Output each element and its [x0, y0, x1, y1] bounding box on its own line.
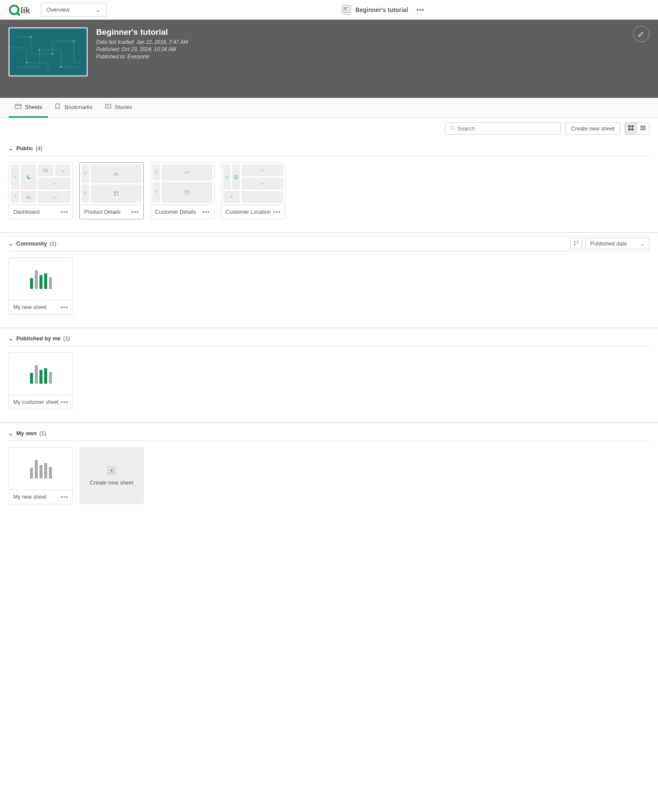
card-more-icon[interactable]: •••	[61, 209, 68, 215]
svg-point-10	[60, 66, 62, 68]
search-input[interactable]	[458, 125, 556, 132]
plus-icon: +	[107, 466, 116, 475]
sheet-card-published-1[interactable]: My customer sheet•••	[9, 352, 73, 409]
svg-rect-19	[631, 125, 634, 127]
svg-rect-37	[117, 194, 118, 196]
bookmark-icon	[54, 103, 61, 111]
sort-dropdown[interactable]: Published date	[585, 238, 649, 249]
card-label: Customer Location	[226, 209, 271, 215]
hero-published-to: Published to: Everyone	[96, 53, 188, 61]
section-public-label: Public	[16, 145, 33, 151]
card-more-icon[interactable]: •••	[61, 494, 68, 500]
tab-bookmarks-label: Bookmarks	[64, 104, 92, 110]
sort-dropdown-label: Published date	[590, 240, 627, 247]
app-title: Beginner's tutorial	[355, 6, 408, 13]
sheet-card-customer-location[interactable]: Customer Location•••	[221, 162, 285, 219]
svg-marker-15	[107, 106, 109, 107]
card-more-icon[interactable]: •••	[131, 209, 139, 215]
app-thumbnail	[9, 27, 88, 76]
card-more-icon[interactable]: •••	[273, 209, 281, 215]
svg-point-7	[52, 53, 53, 55]
app-hero: Beginner's tutorial Data last loaded: Ja…	[0, 20, 658, 98]
qlik-logo: lik	[9, 3, 34, 16]
hero-published: Published: Oct 23, 2024, 10:34 AM	[96, 46, 188, 53]
svg-rect-27	[27, 197, 27, 199]
edit-button[interactable]	[633, 26, 649, 42]
section-published-by-me: Published by me (1) My customer sheet•••	[0, 327, 658, 418]
create-card-label: Create new sheet	[90, 479, 133, 486]
list-view-button[interactable]	[637, 123, 649, 134]
stories-icon	[105, 103, 112, 111]
svg-rect-35	[117, 191, 118, 193]
section-published-by-me-label: Published by me	[16, 335, 61, 342]
section-published-by-me-header[interactable]: Published by me (1)	[9, 331, 649, 346]
sheet-card-dashboard[interactable]: #1 Dashboard•••	[9, 162, 73, 219]
svg-rect-20	[628, 128, 631, 130]
search-icon	[450, 125, 456, 132]
svg-rect-34	[114, 191, 116, 193]
app-icon	[342, 5, 351, 15]
card-label: My new sheet	[13, 494, 46, 500]
svg-point-38	[185, 172, 187, 173]
tab-stories-label: Stories	[115, 104, 132, 110]
app-title-box[interactable]: Beginner's tutorial	[338, 3, 412, 16]
app-more-icon[interactable]: •••	[417, 6, 425, 13]
svg-rect-12	[15, 104, 21, 109]
create-sheet-card[interactable]: + Create new sheet	[79, 447, 144, 504]
card-more-icon[interactable]: •••	[61, 304, 68, 311]
section-community-label: Community	[16, 240, 47, 247]
view-dropdown[interactable]: Overview	[41, 3, 106, 17]
svg-text:lik: lik	[21, 6, 30, 15]
card-more-icon[interactable]: •••	[61, 399, 68, 406]
section-public-header[interactable]: Public (4)	[9, 141, 649, 156]
section-my-own: My own (1) My new sheet••• + Create new …	[0, 422, 658, 513]
section-community-count: (1)	[50, 240, 57, 247]
svg-rect-4	[345, 8, 346, 9]
section-public: Public (4) #1 Dashboard•••	[0, 139, 658, 228]
svg-rect-33	[118, 174, 118, 176]
section-my-own-count: (1)	[39, 430, 46, 436]
tab-stories[interactable]: Stories	[99, 98, 138, 118]
sort-direction-button[interactable]	[570, 238, 582, 249]
card-label: My customer sheet	[13, 399, 59, 405]
svg-point-9	[39, 49, 40, 51]
svg-point-11	[26, 62, 27, 64]
svg-rect-32	[116, 172, 117, 176]
sheets-icon	[15, 103, 21, 111]
topbar: lik Overview Beginner's tutorial •••	[0, 0, 658, 20]
sheet-card-customer-details[interactable]: Customer Details•••	[150, 162, 215, 219]
sheet-card-my-own-1[interactable]: My new sheet•••	[9, 447, 73, 504]
sheet-card-community-1[interactable]: My new sheet•••	[9, 258, 73, 315]
svg-point-16	[451, 126, 454, 129]
tab-sheets-label: Sheets	[25, 104, 42, 110]
create-sheet-button[interactable]: Create new sheet	[565, 122, 620, 135]
section-community-header[interactable]: Community (1)	[9, 236, 56, 251]
tab-bookmarks[interactable]: Bookmarks	[48, 98, 98, 118]
view-toggle	[625, 122, 649, 135]
svg-line-17	[454, 129, 455, 130]
svg-rect-31	[114, 173, 115, 176]
search-box[interactable]	[445, 122, 561, 135]
svg-rect-28	[28, 195, 29, 199]
grid-view-button[interactable]	[625, 123, 637, 134]
card-more-icon[interactable]: •••	[202, 209, 210, 215]
section-published-by-me-count: (1)	[63, 335, 70, 342]
section-community: Community (1) Published date My new shee…	[0, 232, 658, 323]
section-public-count: (4)	[36, 145, 42, 151]
svg-rect-21	[631, 128, 634, 130]
content-tabs: Sheets Bookmarks Stories	[0, 98, 658, 118]
card-label: Product Details	[84, 209, 121, 215]
view-dropdown-label: Overview	[46, 6, 70, 13]
svg-rect-41	[185, 190, 190, 194]
svg-point-8	[73, 40, 75, 42]
sheet-card-product-details[interactable]: Product Details•••	[79, 162, 144, 219]
svg-point-6	[30, 36, 32, 38]
card-label: Dashboard	[13, 209, 39, 215]
hero-loaded: Data last loaded: Jan 12, 2016, 7:47 AM	[96, 39, 188, 46]
card-label: My new sheet	[13, 304, 46, 310]
svg-point-39	[187, 171, 188, 172]
section-my-own-label: My own	[16, 430, 37, 436]
card-label: Customer Details	[155, 209, 196, 215]
section-my-own-header[interactable]: My own (1)	[9, 426, 649, 441]
tab-sheets[interactable]: Sheets	[9, 98, 48, 118]
